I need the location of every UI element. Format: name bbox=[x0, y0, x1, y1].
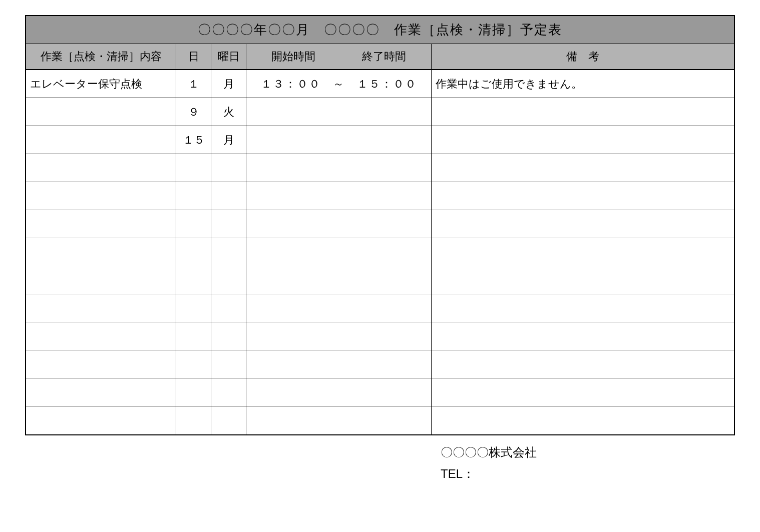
cell-weekday bbox=[211, 266, 246, 294]
cell-content bbox=[26, 210, 176, 238]
table-row bbox=[26, 378, 734, 406]
cell-day: １５ bbox=[176, 126, 211, 154]
cell-weekday bbox=[211, 210, 246, 238]
cell-day bbox=[176, 378, 211, 406]
cell-day: １ bbox=[176, 70, 211, 98]
cell-note bbox=[432, 126, 734, 154]
header-start-time: 開始時間 bbox=[271, 49, 315, 64]
cell-note bbox=[432, 322, 734, 350]
cell-weekday bbox=[211, 406, 246, 434]
cell-weekday bbox=[211, 350, 246, 378]
table-row bbox=[26, 350, 734, 378]
cell-day bbox=[176, 294, 211, 322]
cell-time bbox=[246, 322, 432, 350]
cell-content bbox=[26, 322, 176, 350]
cell-time bbox=[246, 294, 432, 322]
cell-content bbox=[26, 378, 176, 406]
header-end-time: 終了時間 bbox=[362, 49, 406, 64]
cell-weekday bbox=[211, 182, 246, 210]
header-day: 日 bbox=[176, 44, 211, 69]
cell-content bbox=[26, 406, 176, 434]
cell-note bbox=[432, 350, 734, 378]
cell-day bbox=[176, 350, 211, 378]
cell-time bbox=[246, 98, 432, 126]
table-row bbox=[26, 238, 734, 266]
header-weekday: 曜日 bbox=[211, 44, 246, 69]
footer-tel: TEL： bbox=[441, 463, 735, 484]
cell-note: 作業中はご使用できません。 bbox=[432, 70, 734, 98]
sheet-title: 〇〇〇〇年〇〇月 〇〇〇〇 作業［点検・清掃］予定表 bbox=[26, 16, 734, 44]
cell-day bbox=[176, 322, 211, 350]
schedule-sheet: 〇〇〇〇年〇〇月 〇〇〇〇 作業［点検・清掃］予定表 作業［点検・清掃］内容 日… bbox=[25, 15, 735, 435]
cell-note bbox=[432, 154, 734, 182]
footer-company: 〇〇〇〇株式会社 bbox=[441, 441, 735, 463]
cell-note bbox=[432, 294, 734, 322]
cell-weekday bbox=[211, 378, 246, 406]
cell-day: ９ bbox=[176, 98, 211, 126]
cell-day bbox=[176, 210, 211, 238]
cell-weekday: 月 bbox=[211, 126, 246, 154]
header-time: 開始時間 終了時間 bbox=[246, 44, 432, 69]
cell-note bbox=[432, 98, 734, 126]
cell-time: １３：００ ～ １５：００ bbox=[246, 70, 432, 98]
cell-time bbox=[246, 154, 432, 182]
header-row: 作業［点検・清掃］内容 日 曜日 開始時間 終了時間 備 考 bbox=[26, 44, 734, 70]
cell-note bbox=[432, 182, 734, 210]
cell-content bbox=[26, 98, 176, 126]
cell-time bbox=[246, 238, 432, 266]
header-content: 作業［点検・清掃］内容 bbox=[26, 44, 176, 69]
cell-note bbox=[432, 210, 734, 238]
cell-weekday bbox=[211, 322, 246, 350]
rows-container: エレベーター保守点検１月１３：００ ～ １５：００作業中はご使用できません。９火… bbox=[26, 70, 734, 434]
cell-day bbox=[176, 154, 211, 182]
cell-note bbox=[432, 238, 734, 266]
table-row bbox=[26, 294, 734, 322]
cell-content bbox=[26, 350, 176, 378]
cell-content bbox=[26, 266, 176, 294]
cell-day bbox=[176, 266, 211, 294]
table-row: １５月 bbox=[26, 126, 734, 154]
cell-note bbox=[432, 266, 734, 294]
cell-weekday bbox=[211, 154, 246, 182]
cell-day bbox=[176, 406, 211, 434]
table-row bbox=[26, 182, 734, 210]
cell-content bbox=[26, 294, 176, 322]
cell-note bbox=[432, 406, 734, 434]
table-row bbox=[26, 210, 734, 238]
cell-weekday bbox=[211, 238, 246, 266]
cell-time bbox=[246, 406, 432, 434]
header-note: 備 考 bbox=[432, 44, 734, 69]
cell-content bbox=[26, 154, 176, 182]
table-row: エレベーター保守点検１月１３：００ ～ １５：００作業中はご使用できません。 bbox=[26, 70, 734, 98]
cell-content bbox=[26, 238, 176, 266]
table-row bbox=[26, 266, 734, 294]
cell-day bbox=[176, 238, 211, 266]
cell-time bbox=[246, 126, 432, 154]
cell-content bbox=[26, 126, 176, 154]
table-row: ９火 bbox=[26, 98, 734, 126]
table-row bbox=[26, 154, 734, 182]
cell-time bbox=[246, 210, 432, 238]
cell-weekday: 月 bbox=[211, 70, 246, 98]
table-row bbox=[26, 322, 734, 350]
cell-weekday bbox=[211, 294, 246, 322]
table-row bbox=[26, 406, 734, 434]
footer: 〇〇〇〇株式会社 TEL： bbox=[441, 441, 735, 484]
cell-content bbox=[26, 182, 176, 210]
cell-note bbox=[432, 378, 734, 406]
cell-day bbox=[176, 182, 211, 210]
cell-time bbox=[246, 378, 432, 406]
cell-time bbox=[246, 266, 432, 294]
cell-weekday: 火 bbox=[211, 98, 246, 126]
cell-content: エレベーター保守点検 bbox=[26, 70, 176, 98]
cell-time bbox=[246, 182, 432, 210]
cell-time bbox=[246, 350, 432, 378]
